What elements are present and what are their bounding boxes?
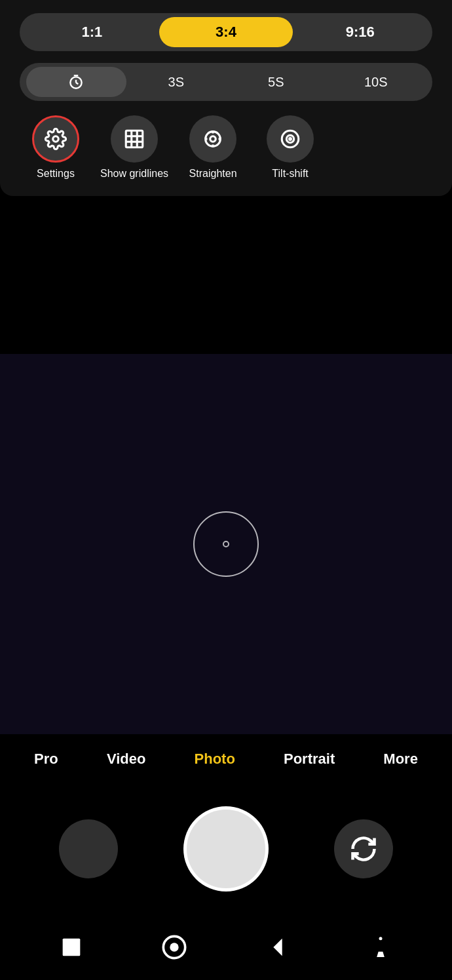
mode-bar: Pro Video Photo Portrait More: [0, 734, 452, 781]
straighten-label: Straighten: [189, 168, 237, 180]
flip-camera-button[interactable]: [334, 819, 393, 878]
tiltshift-label: Tilt-shift: [272, 168, 308, 180]
nav-accessibility-button[interactable]: [367, 934, 394, 960]
mode-portrait[interactable]: Portrait: [277, 747, 341, 771]
straighten-icon-circle: [189, 115, 236, 163]
svg-point-21: [170, 943, 179, 951]
svg-point-11: [210, 136, 216, 142]
bottom-controls: [0, 783, 452, 914]
aspect-ratio-1-1[interactable]: 1:1: [25, 17, 159, 47]
mode-video[interactable]: Video: [100, 747, 153, 771]
clock-icon: [26, 73, 126, 90]
timer-bar: 3S 5S 10S: [20, 63, 432, 101]
shutter-button[interactable]: [183, 806, 269, 892]
focus-dot: [223, 541, 229, 547]
viewfinder[interactable]: [0, 354, 452, 734]
mode-more[interactable]: More: [377, 747, 424, 771]
svg-point-23: [379, 937, 383, 940]
svg-line-2: [76, 83, 78, 84]
svg-point-10: [206, 132, 221, 147]
nav-stop-button[interactable]: [58, 934, 85, 960]
svg-rect-5: [126, 130, 143, 147]
tool-gridlines[interactable]: Show gridlines: [100, 115, 168, 180]
tool-tiltshift[interactable]: Tilt-shift: [257, 115, 323, 180]
svg-rect-19: [62, 939, 80, 956]
gridlines-icon-circle: [111, 115, 158, 163]
timer-3s[interactable]: 3S: [126, 68, 227, 96]
settings-icon-circle: [32, 115, 79, 163]
timer-off[interactable]: [26, 67, 126, 97]
aspect-ratio-9-16[interactable]: 9:16: [293, 17, 427, 47]
timer-10s[interactable]: 10S: [326, 68, 426, 96]
timer-5s[interactable]: 5S: [226, 68, 326, 96]
focus-circle: [193, 511, 259, 577]
svg-point-18: [290, 138, 292, 140]
svg-point-4: [53, 136, 59, 142]
mode-photo[interactable]: Photo: [188, 747, 242, 771]
tiltshift-icon-circle: [267, 115, 314, 163]
gallery-thumbnail[interactable]: [59, 819, 118, 878]
svg-marker-22: [273, 939, 282, 956]
aspect-ratio-3-4[interactable]: 3:4: [159, 17, 293, 47]
bottom-controls-inner: [0, 806, 452, 892]
nav-back-button[interactable]: [265, 934, 291, 960]
settings-label: Settings: [37, 168, 75, 180]
shutter-inner: [187, 810, 265, 888]
aspect-ratio-bar: 1:1 3:4 9:16: [20, 13, 432, 51]
nav-home-button[interactable]: [161, 934, 187, 960]
tool-straighten[interactable]: Straighten: [180, 115, 246, 180]
top-panel: 1:1 3:4 9:16 3S 5S 10S: [0, 0, 452, 196]
tools-row: Settings Show gridlines: [20, 115, 432, 180]
nav-bar: [0, 914, 452, 980]
mode-pro[interactable]: Pro: [28, 747, 65, 771]
tool-settings[interactable]: Settings: [23, 115, 88, 180]
gridlines-label: Show gridlines: [100, 168, 168, 180]
